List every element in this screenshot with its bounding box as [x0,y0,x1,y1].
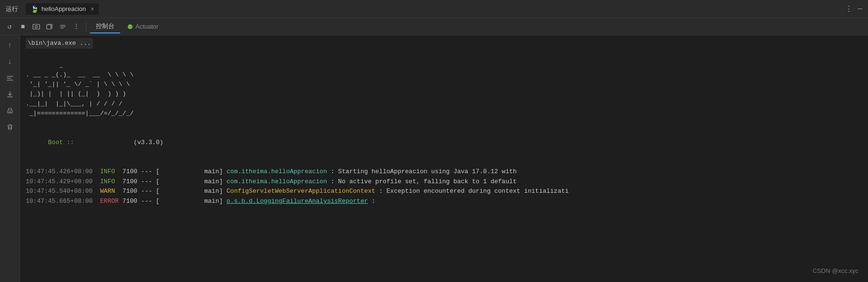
more-options-icon[interactable]: ⋮ [845,4,853,14]
print-button[interactable] [3,104,17,117]
boot-label: Boot :: [48,139,78,146]
main-area: ↑ ↓ \bin\java.exe ... _ . __ _ _(.)_ __ … [0,35,868,282]
cmd-line: \bin\java.exe ... [26,38,862,51]
log-line-3: 10:47:45.540+08:00 WARN 7100 --- [ main]… [26,187,862,197]
tab-name: helloAppreacion [41,5,86,12]
ascii-art-line-5: .__|_| |_|\___, | / / / / [26,99,862,109]
scroll-button[interactable] [57,21,69,32]
more-toolbar-button[interactable]: ⋮ [71,21,82,32]
scroll-down-button[interactable]: ↓ [3,55,17,69]
run-label: 运行 [6,5,18,13]
refresh-button[interactable]: ↺ [4,21,15,32]
tab-spring-icon: 🍃 [31,5,39,13]
toolbar: ↺ ■ ⋮ 控制台 Actuator [0,18,868,35]
align-button[interactable] [3,72,17,85]
sidebar: ↑ ↓ [0,35,20,282]
svg-rect-0 [33,24,40,29]
tab-actuator[interactable]: Actuator [122,21,164,32]
ascii-art-line-3: '_| '_|| '_ \/ _` | \ \ \ \ [26,80,862,89]
scroll-up-button[interactable]: ↑ [3,39,17,52]
boot-version-line: Boot :: (v3.3.0) [26,128,862,157]
ascii-art-line-6: _|=============|___/=/_/_/_/ [26,109,862,118]
boot-version: (v3.3.0) [78,139,163,146]
trash-button[interactable] [3,120,17,134]
tab-close-button[interactable]: × [91,6,94,12]
screenshot-button[interactable] [31,21,42,32]
top-bar-actions: ⋮ — [845,4,862,14]
tab-console[interactable]: 控制台 [90,20,120,33]
actuator-status-dot [128,24,133,29]
download-button[interactable] [3,88,17,101]
ascii-art-line-2: . __ _ _(.)_ __ __ \ \ \ \ [26,70,862,80]
log-line-4: 10:47:45.665+08:00 ERROR 7100 --- [ main… [26,197,862,207]
ascii-art-line-1: _ [26,61,862,70]
run-tab[interactable]: 🍃 helloAppreacion × [26,3,99,15]
watermark: CSDN @xcc.xyc [813,266,858,276]
top-bar: 运行 🍃 helloAppreacion × ⋮ — [0,0,868,18]
console-output[interactable]: \bin\java.exe ... _ . __ _ _(.)_ __ __ \… [20,35,868,282]
toolbar-separator [86,22,86,31]
log-line-2: 10:47:45.429+08:00 INFO 7100 --- [ main]… [26,177,862,187]
svg-rect-4 [9,112,11,113]
stop-button[interactable]: ■ [17,21,29,32]
log-line-1: 10:47:45.426+08:00 INFO 7100 --- [ main]… [26,167,862,177]
svg-rect-2 [47,25,51,29]
svg-point-1 [35,25,38,28]
minimize-icon[interactable]: — [858,5,862,13]
restore-button[interactable] [44,21,55,32]
ascii-art-line-4: |_)| | | || (_| ) ) ) ) [26,89,862,99]
